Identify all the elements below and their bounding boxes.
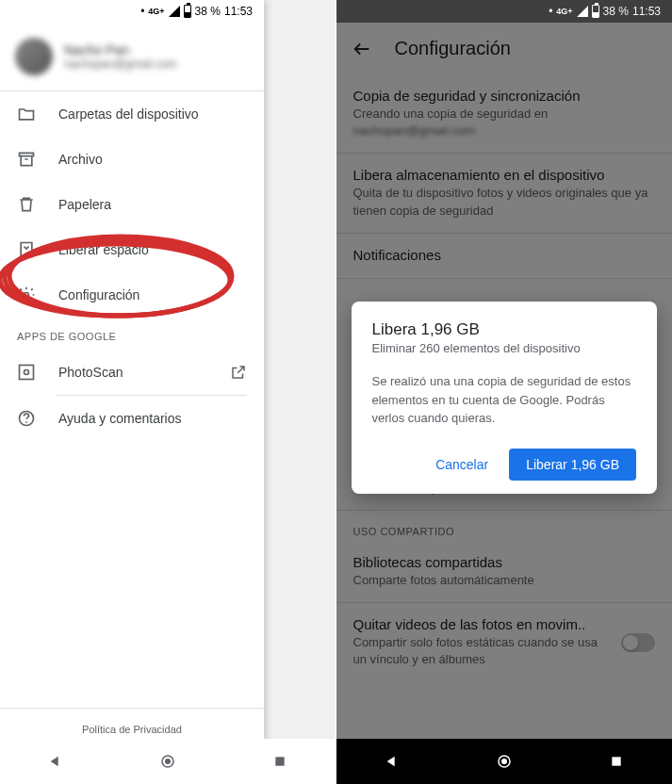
privacy-link[interactable]: Política de Privacidad [15,724,249,735]
folder-icon [17,105,36,123]
status-bar: • 4G+ 38 % 11:53 [0,0,264,23]
svg-rect-1 [20,366,34,380]
nav-back[interactable] [46,752,65,771]
profile-name: Nacho Pan [64,42,177,57]
nav-home[interactable] [158,752,177,771]
menu-settings[interactable]: Configuración [0,272,264,318]
nav-back[interactable] [383,752,402,771]
confirm-button[interactable]: Liberar 1,96 GB [509,449,636,481]
menu-help[interactable]: Ayuda y comentarios [0,396,264,441]
menu-device-folders[interactable]: Carpetas del dispositivo [0,91,264,137]
svg-rect-7 [275,757,284,765]
svg-point-6 [165,759,171,764]
photoscan-icon [17,363,36,382]
gear-icon [17,286,36,304]
nav-bar [336,739,673,784]
external-link-icon [230,364,247,381]
profile-email: nachopan@gmail.com [64,57,177,71]
svg-point-0 [25,293,29,298]
free-space-icon [17,240,36,259]
menu-trash[interactable]: Papelera [0,182,264,227]
cancel-button[interactable]: Cancelar [426,449,498,480]
svg-rect-13 [612,757,620,765]
status-bar: • 4G+ 38 % 11:53 [336,0,673,23]
menu-archive[interactable]: Archivo [0,137,264,182]
nav-recent[interactable] [607,752,626,771]
avatar [15,38,53,75]
dialog-title: Libera 1,96 GB [372,320,637,339]
free-space-dialog: Libera 1,96 GB Eliminar 260 elementos de… [352,302,658,494]
dialog-body: Se realizó una una copia de seguridad de… [372,372,637,428]
nav-home[interactable] [495,752,514,771]
nav-bar [0,739,336,784]
menu-free-space[interactable]: Liberar espacio [0,227,264,272]
trash-icon [17,195,36,214]
menu-photoscan[interactable]: PhotoScan [0,350,264,395]
svg-point-12 [501,759,507,764]
svg-point-4 [25,421,27,423]
dialog-subtitle: Eliminar 260 elementos del dispositivo [372,341,637,355]
profile-section[interactable]: Nacho Pan nachopan@gmail.com [0,23,264,90]
svg-point-2 [25,370,29,375]
archive-icon [17,150,36,169]
help-icon [17,409,36,428]
section-google-apps: APPS DE GOOGLE [0,318,264,350]
nav-recent[interactable] [270,752,289,771]
